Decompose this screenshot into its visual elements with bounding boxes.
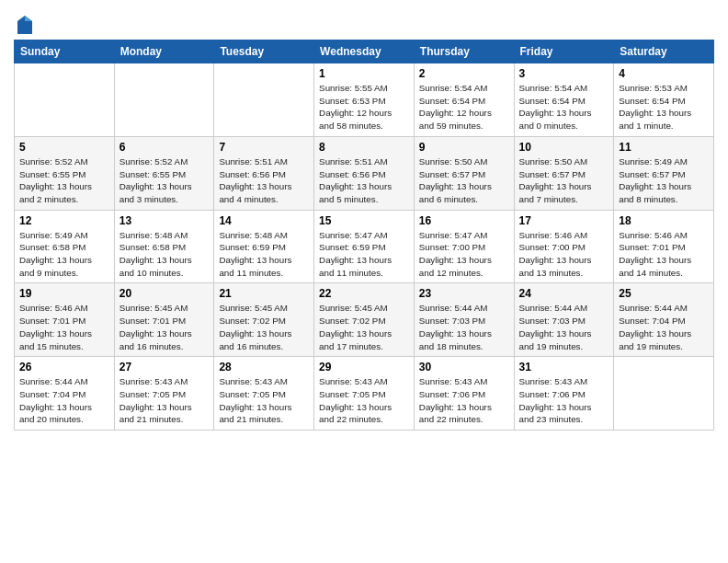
day-number: 16 — [419, 214, 509, 227]
week-row-5: 26Sunrise: 5:44 AM Sunset: 7:04 PM Dayli… — [15, 357, 714, 431]
day-cell: 11Sunrise: 5:49 AM Sunset: 6:57 PM Dayli… — [614, 136, 714, 210]
header-saturday: Saturday — [614, 40, 714, 63]
day-number: 3 — [519, 67, 609, 80]
day-cell: 4Sunrise: 5:53 AM Sunset: 6:54 PM Daylig… — [614, 63, 714, 137]
day-info: Sunrise: 5:47 AM Sunset: 6:59 PM Dayligh… — [319, 229, 409, 280]
day-number: 8 — [319, 141, 409, 154]
day-number: 22 — [319, 287, 409, 300]
day-info: Sunrise: 5:44 AM Sunset: 7:04 PM Dayligh… — [19, 375, 109, 426]
day-number: 18 — [619, 214, 709, 227]
day-number: 21 — [219, 287, 309, 300]
day-number: 25 — [619, 287, 709, 300]
day-cell: 1Sunrise: 5:55 AM Sunset: 6:53 PM Daylig… — [314, 63, 415, 137]
day-cell — [114, 63, 214, 137]
day-number: 26 — [19, 361, 109, 373]
day-cell: 20Sunrise: 5:45 AM Sunset: 7:01 PM Dayli… — [114, 283, 214, 357]
day-cell — [15, 63, 115, 137]
week-row-2: 5Sunrise: 5:52 AM Sunset: 6:55 PM Daylig… — [15, 136, 714, 210]
day-cell: 31Sunrise: 5:43 AM Sunset: 7:06 PM Dayli… — [514, 357, 614, 431]
day-number: 6 — [119, 141, 210, 154]
day-cell: 30Sunrise: 5:43 AM Sunset: 7:06 PM Dayli… — [414, 357, 514, 431]
day-cell: 9Sunrise: 5:50 AM Sunset: 6:57 PM Daylig… — [414, 136, 514, 210]
header-row: SundayMondayTuesdayWednesdayThursdayFrid… — [15, 40, 714, 63]
day-info: Sunrise: 5:46 AM Sunset: 7:00 PM Dayligh… — [519, 229, 609, 280]
day-cell: 8Sunrise: 5:51 AM Sunset: 6:56 PM Daylig… — [314, 136, 415, 210]
day-number: 12 — [19, 214, 109, 227]
day-info: Sunrise: 5:50 AM Sunset: 6:57 PM Dayligh… — [419, 155, 509, 206]
day-number: 14 — [219, 214, 309, 227]
week-row-3: 12Sunrise: 5:49 AM Sunset: 6:58 PM Dayli… — [15, 210, 714, 283]
day-cell — [214, 63, 314, 137]
day-number: 5 — [19, 141, 109, 154]
day-number: 28 — [219, 361, 309, 373]
day-info: Sunrise: 5:51 AM Sunset: 6:56 PM Dayligh… — [319, 155, 409, 206]
day-number: 20 — [119, 287, 210, 300]
week-row-4: 19Sunrise: 5:46 AM Sunset: 7:01 PM Dayli… — [15, 283, 714, 357]
day-cell: 23Sunrise: 5:44 AM Sunset: 7:03 PM Dayli… — [414, 283, 514, 357]
day-cell: 13Sunrise: 5:48 AM Sunset: 6:58 PM Dayli… — [114, 210, 214, 283]
day-info: Sunrise: 5:45 AM Sunset: 7:01 PM Dayligh… — [119, 302, 210, 352]
day-number: 30 — [419, 361, 509, 373]
day-info: Sunrise: 5:52 AM Sunset: 6:55 PM Dayligh… — [119, 155, 210, 206]
day-cell: 18Sunrise: 5:46 AM Sunset: 7:01 PM Dayli… — [614, 210, 714, 283]
day-cell — [614, 357, 714, 431]
day-info: Sunrise: 5:43 AM Sunset: 7:06 PM Dayligh… — [419, 375, 509, 426]
day-number: 31 — [519, 361, 609, 373]
day-info: Sunrise: 5:51 AM Sunset: 6:56 PM Dayligh… — [219, 155, 309, 206]
day-number: 2 — [419, 67, 509, 80]
header-tuesday: Tuesday — [214, 40, 314, 63]
day-info: Sunrise: 5:46 AM Sunset: 7:01 PM Dayligh… — [19, 302, 109, 352]
logo — [14, 14, 34, 36]
day-number: 15 — [319, 214, 409, 227]
day-cell: 26Sunrise: 5:44 AM Sunset: 7:04 PM Dayli… — [15, 357, 115, 431]
day-cell: 3Sunrise: 5:54 AM Sunset: 6:54 PM Daylig… — [514, 63, 614, 137]
week-row-1: 1Sunrise: 5:55 AM Sunset: 6:53 PM Daylig… — [15, 63, 714, 137]
day-info: Sunrise: 5:43 AM Sunset: 7:05 PM Dayligh… — [319, 375, 409, 426]
page-header — [14, 9, 714, 36]
day-info: Sunrise: 5:43 AM Sunset: 7:06 PM Dayligh… — [519, 375, 609, 426]
day-number: 11 — [619, 141, 709, 154]
day-cell: 24Sunrise: 5:44 AM Sunset: 7:03 PM Dayli… — [514, 283, 614, 357]
header-monday: Monday — [114, 40, 214, 63]
day-cell: 29Sunrise: 5:43 AM Sunset: 7:05 PM Dayli… — [314, 357, 415, 431]
day-cell: 22Sunrise: 5:45 AM Sunset: 7:02 PM Dayli… — [314, 283, 415, 357]
day-number: 10 — [519, 141, 609, 154]
header-sunday: Sunday — [15, 40, 115, 63]
day-number: 19 — [19, 287, 109, 300]
day-number: 1 — [319, 67, 409, 80]
day-number: 17 — [519, 214, 609, 227]
day-cell: 10Sunrise: 5:50 AM Sunset: 6:57 PM Dayli… — [514, 136, 614, 210]
day-number: 24 — [519, 287, 609, 300]
day-info: Sunrise: 5:45 AM Sunset: 7:02 PM Dayligh… — [319, 302, 409, 352]
day-info: Sunrise: 5:44 AM Sunset: 7:04 PM Dayligh… — [619, 302, 709, 352]
day-number: 27 — [119, 361, 210, 373]
day-info: Sunrise: 5:47 AM Sunset: 7:00 PM Dayligh… — [419, 229, 509, 280]
header-thursday: Thursday — [414, 40, 514, 63]
day-info: Sunrise: 5:46 AM Sunset: 7:01 PM Dayligh… — [619, 229, 709, 280]
day-number: 4 — [619, 67, 709, 80]
day-cell: 5Sunrise: 5:52 AM Sunset: 6:55 PM Daylig… — [15, 136, 115, 210]
day-cell: 12Sunrise: 5:49 AM Sunset: 6:58 PM Dayli… — [15, 210, 115, 283]
day-cell: 16Sunrise: 5:47 AM Sunset: 7:00 PM Dayli… — [414, 210, 514, 283]
day-info: Sunrise: 5:54 AM Sunset: 6:54 PM Dayligh… — [519, 82, 609, 132]
day-info: Sunrise: 5:54 AM Sunset: 6:54 PM Dayligh… — [419, 82, 509, 132]
header-friday: Friday — [514, 40, 614, 63]
day-cell: 2Sunrise: 5:54 AM Sunset: 6:54 PM Daylig… — [414, 63, 514, 137]
logo-icon — [16, 14, 34, 36]
header-wednesday: Wednesday — [314, 40, 415, 63]
day-info: Sunrise: 5:48 AM Sunset: 6:58 PM Dayligh… — [119, 229, 210, 280]
day-cell: 7Sunrise: 5:51 AM Sunset: 6:56 PM Daylig… — [214, 136, 314, 210]
day-number: 13 — [119, 214, 210, 227]
day-info: Sunrise: 5:49 AM Sunset: 6:57 PM Dayligh… — [619, 155, 709, 206]
calendar-table: SundayMondayTuesdayWednesdayThursdayFrid… — [14, 40, 714, 431]
day-cell: 14Sunrise: 5:48 AM Sunset: 6:59 PM Dayli… — [214, 210, 314, 283]
svg-marker-1 — [25, 16, 32, 21]
day-info: Sunrise: 5:55 AM Sunset: 6:53 PM Dayligh… — [319, 82, 409, 132]
day-cell: 17Sunrise: 5:46 AM Sunset: 7:00 PM Dayli… — [514, 210, 614, 283]
day-number: 29 — [319, 361, 409, 373]
day-info: Sunrise: 5:44 AM Sunset: 7:03 PM Dayligh… — [419, 302, 509, 352]
day-number: 9 — [419, 141, 509, 154]
day-info: Sunrise: 5:43 AM Sunset: 7:05 PM Dayligh… — [219, 375, 309, 426]
day-cell: 6Sunrise: 5:52 AM Sunset: 6:55 PM Daylig… — [114, 136, 214, 210]
day-number: 7 — [219, 141, 309, 154]
